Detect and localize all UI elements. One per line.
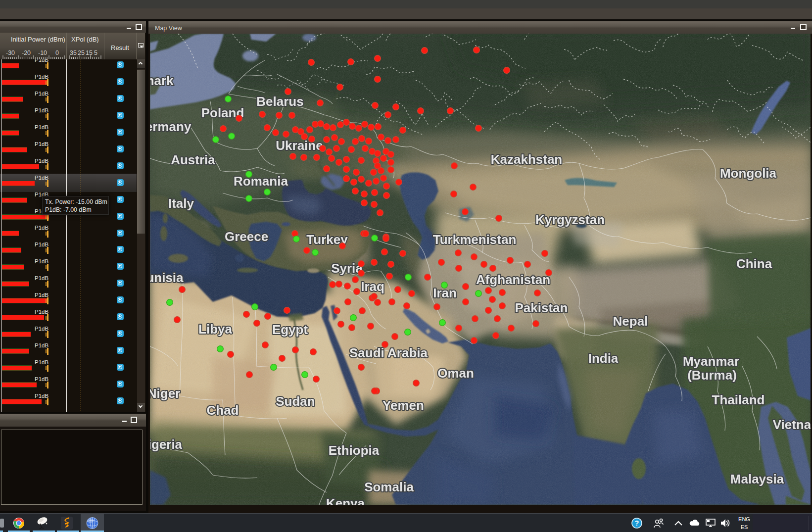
svg-text:Malaysia: Malaysia [730, 472, 784, 486]
svg-text:Kazakhstan: Kazakhstan [491, 152, 563, 167]
svg-text:Chad: Chad [207, 403, 239, 418]
svg-text:Saudi Arabia: Saudi Arabia [349, 345, 428, 360]
svg-text:Nigeria: Nigeria [150, 437, 183, 452]
svg-text:India: India [588, 351, 619, 366]
svg-text:Yemen: Yemen [382, 398, 424, 413]
svg-text:Tunisia: Tunisia [150, 270, 184, 285]
svg-text:(Burma): (Burma) [687, 368, 737, 383]
svg-text:Somalia: Somalia [364, 480, 414, 494]
svg-text:Nepal: Nepal [613, 314, 648, 329]
svg-text:?: ? [635, 519, 639, 527]
svg-text:Egypt: Egypt [272, 322, 308, 337]
svg-text:Thailand: Thailand [712, 392, 765, 407]
svg-text:Kyrgyzstan: Kyrgyzstan [535, 212, 605, 227]
svg-text:Belarus: Belarus [256, 94, 303, 109]
svg-text:Myanmar: Myanmar [683, 354, 739, 369]
svg-text:Sudan: Sudan [276, 394, 315, 409]
svg-text:Austria: Austria [171, 152, 215, 167]
svg-text:Oman: Oman [437, 366, 474, 381]
svg-text:Mongolia: Mongolia [720, 166, 777, 181]
svg-text:Turkmenistan: Turkmenistan [433, 232, 517, 247]
svg-text:Niger: Niger [150, 386, 180, 401]
svg-text:Denmark: Denmark [150, 73, 174, 88]
svg-text:Italy: Italy [168, 196, 194, 211]
svg-text:Vietnam: Vietnam [773, 417, 811, 432]
svg-text:Ethiopia: Ethiopia [329, 443, 380, 458]
svg-text:China: China [736, 256, 772, 271]
svg-text:Iraq: Iraq [361, 279, 384, 294]
svg-text:Romania: Romania [234, 174, 288, 189]
svg-text:Afghanistan: Afghanistan [476, 272, 550, 287]
svg-text:Libya: Libya [198, 322, 232, 337]
svg-text:Pakistan: Pakistan [515, 300, 568, 315]
svg-text:Greece: Greece [225, 229, 268, 244]
svg-text:Kenya: Kenya [326, 496, 365, 505]
svg-text:Ukraine: Ukraine [276, 138, 323, 153]
svg-text:Germany: Germany [150, 119, 191, 134]
